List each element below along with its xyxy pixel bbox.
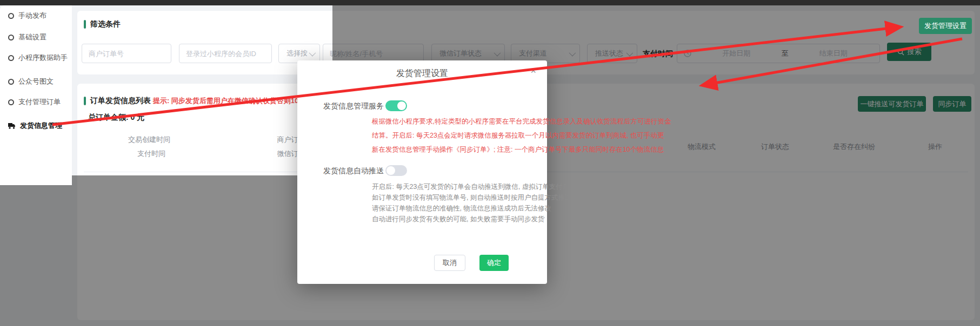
sidebar-item-payment-orders[interactable]: 支付管理订单 [0,97,72,107]
order-list-title: 订单发货信息列表 提示: 同步发货后需用户在微信确认收货否则10天 [90,96,305,106]
service-desc-line: 结算。开启后: 每天23点会定时请求微信服务器拉取一个月以内需要发货的订单到商城… [372,128,550,142]
shipping-settings-modal: 发货管理设置 × 发货信息管理服务 根据微信小程序要求,特定类型的小程序需要在平… [297,60,547,284]
section-bar-icon [84,20,86,29]
column-header-trade-created: 交易创建时间 [128,135,170,145]
order-list-title-text: 订单发货信息列表 [90,96,151,105]
auto-push-desc-line: 请保证订单物流信息的准确性, 物流信息推送成功后无法修改 [372,203,550,214]
select-by-value: 选择按 [286,49,308,58]
auto-push-label: 发货信息自动推送 [323,166,384,176]
member-id-input[interactable] [179,44,272,63]
page: 手动发布 基础设置 小程序数据助手 公众号图文 支付管理订单 发货信息管理 筛选… [0,0,980,326]
modal-title: 发货管理设置 [297,68,547,79]
sidebar-item-label: 基础设置 [18,32,46,42]
sidebar-item-label: 发货信息管理 [20,121,62,131]
total-amount-value: 0 元 [131,113,145,121]
merchant-order-no-input[interactable] [82,44,171,63]
toggle-knob [397,101,406,110]
column-header-pay-time: 支付时间 [137,149,165,159]
modal-mask [72,175,332,326]
top-dark-bar [0,0,980,5]
auto-push-toggle[interactable] [385,165,407,176]
confirm-button[interactable]: 确定 [479,255,509,271]
circle-icon [8,13,14,19]
circle-icon [8,35,14,40]
toggle-knob [386,166,395,175]
truck-icon [8,123,16,129]
sidebar-item-shipping-info[interactable]: 发货信息管理 [0,120,72,131]
auto-push-desc-line: 如订单发货时没有填写物流单号, 则自动推送时按用户自提方式推送 [372,192,550,203]
shipping-settings-button[interactable]: 发货管理设置 [919,18,972,34]
service-desc-line: 根据微信小程序要求,特定类型的小程序需要在平台完成发货信息录入及确认收货流程后方… [372,114,550,128]
shipping-service-toggle[interactable] [385,100,407,111]
sidebar-item-label: 支付管理订单 [18,97,61,107]
circle-icon [8,99,14,105]
sidebar-item-miniprogram-data[interactable]: 小程序数据助手 [0,52,72,63]
section-bar-icon [84,97,86,105]
sidebar-item-official-article[interactable]: 公众号图文 [0,76,72,87]
modal-mask [0,185,72,326]
sidebar-item-label: 手动发布 [18,11,46,21]
total-amount-label: 总订单金额: [88,113,129,121]
order-list-tip: 提示: 同步发货后需用户在微信确认收货否则10天 [153,97,305,105]
filter-title: 筛选条件 [90,19,121,29]
shipping-service-label: 发货信息管理服务 [323,101,384,111]
sidebar-item-label: 小程序数据助手 [18,53,68,63]
auto-push-desc-line: 自动进行同步发货有失败的可能, 如失败需要手动同步发货 [372,214,550,225]
sidebar: 手动发布 基础设置 小程序数据助手 公众号图文 支付管理订单 发货信息管理 [0,5,72,185]
close-icon[interactable]: × [527,65,539,77]
sidebar-item-label: 公众号图文 [18,77,54,86]
sidebar-item-manual-publish[interactable]: 手动发布 [0,10,72,21]
circle-icon [8,55,14,61]
total-amount: 总订单金额: 0 元 [88,113,144,123]
circle-icon [8,79,14,85]
auto-push-desc-line: 开启后: 每天23点可发货的订单会自动推送到微信, 虚拟订单支付后会直接按虚拟商… [372,181,550,192]
service-desc-line: 新在发货信息管理手动操作《同步订单》; 注意: 一个商户订单号下最多只能同时存在… [372,142,550,157]
cancel-button[interactable]: 取消 [434,255,465,271]
chevron-down-icon [309,49,316,56]
sidebar-item-basic-settings[interactable]: 基础设置 [0,32,72,43]
